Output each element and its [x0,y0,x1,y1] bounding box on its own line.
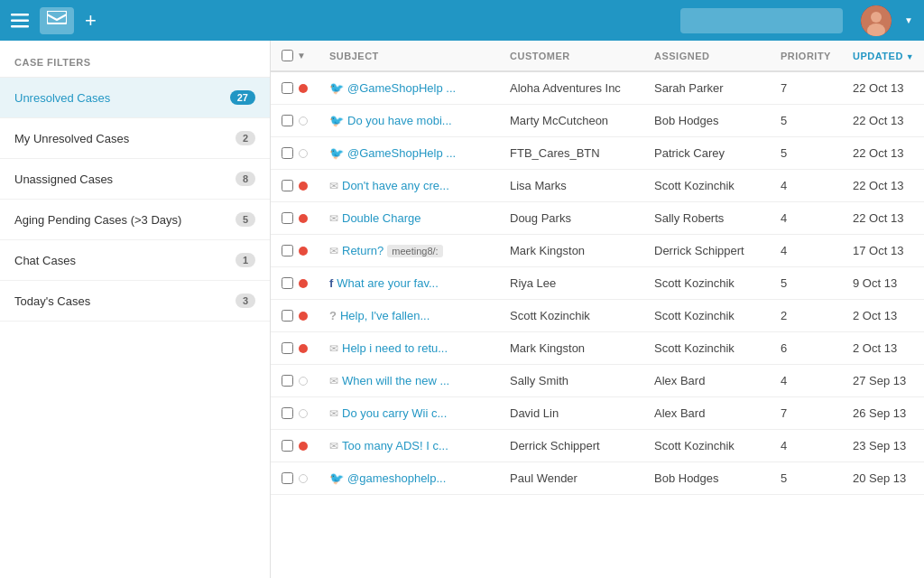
row-subject-cell: 🐦 Do you have mobi... [319,105,499,137]
row-checkbox[interactable] [282,472,293,484]
subject-link[interactable]: Don't have any cre... [342,179,449,192]
row-checkbox[interactable] [282,375,293,387]
row-customer: Derrick Schippert [499,430,643,462]
sidebar-item-my-unresolved[interactable]: My Unresolved Cases 2 [0,118,270,159]
row-checkbox[interactable] [282,310,293,322]
sidebar-item-unassigned[interactable]: Unassigned Cases 8 [0,159,270,200]
sidebar-header: CASE FILTERS [0,41,270,78]
avatar[interactable] [861,5,892,36]
row-customer: Scott Kozinchik [499,300,643,332]
sidebar-item-count: 2 [236,131,255,145]
row-checkbox[interactable] [282,82,293,94]
sidebar-item-label: Unresolved Cases [14,91,110,105]
col-header-updated[interactable]: UPDATED▼ [842,41,924,71]
sidebar-item-unresolved[interactable]: Unresolved Cases 27 [0,78,270,118]
table-row: 🐦 @GameShopHelp ... FTB_Cares_BTN Patric… [271,137,924,170]
email-icon: ✉ [329,440,338,452]
row-subject-cell: ✉ Don't have any cre... [319,170,499,202]
subject-link[interactable]: Help i need to retu... [342,341,448,355]
col-header-customer: CUSTOMER [499,41,643,71]
row-subject-cell: ✉ Return? meeting8/: [319,235,499,267]
search-input[interactable] [680,8,843,33]
subject-link[interactable]: Return? [342,244,383,257]
subject-link[interactable]: What are your fav... [337,276,438,290]
row-updated: 22 Oct 13 [842,137,924,170]
email-icon: ✉ [329,212,338,225]
row-updated: 22 Oct 13 [842,71,924,105]
svg-rect-1 [11,19,29,22]
row-priority: 5 [770,462,842,495]
sidebar-item-aging[interactable]: Aging Pending Cases (>3 Days) 5 [0,200,270,240]
row-check-cell [271,71,319,105]
row-check-cell [271,397,319,430]
row-subject-cell: ? Help, I've fallen... [319,300,499,332]
row-customer: FTB_Cares_BTN [499,137,643,170]
table-row: ? Help, I've fallen... Scott Kozinchik S… [271,300,924,332]
row-check-cell [271,235,319,267]
sidebar-item-chat[interactable]: Chat Cases 1 [0,240,270,281]
add-icon[interactable]: + [85,9,97,33]
row-checkbox[interactable] [282,180,293,191]
subject-link[interactable]: When will the new ... [342,374,449,387]
col-header-subject: SUBJECT [319,41,499,71]
row-customer: Doug Parks [499,202,643,235]
row-assigned: Scott Kozinchik [643,267,770,300]
email-icon: ✉ [329,245,338,257]
table-row: ✉ Don't have any cre... Lisa Marks Scott… [271,170,924,202]
row-subject-cell: ✉ Help i need to retu... [319,332,499,365]
layout: CASE FILTERS Unresolved Cases 27 My Unre… [0,41,924,578]
row-subject-cell: 🐦 @gameshophelp... [319,462,499,495]
row-assigned: Alex Bard [643,365,770,397]
row-checkbox[interactable] [282,147,293,159]
row-priority: 4 [770,365,842,397]
svg-rect-2 [11,25,29,28]
sidebar-item-today[interactable]: Today's Cases 3 [0,281,270,322]
row-customer: Marty McCutcheon [499,105,643,137]
twitter-icon: 🐦 [329,81,344,95]
menu-icon[interactable] [11,14,29,28]
row-customer: Lisa Marks [499,170,643,202]
row-customer: Mark Kingston [499,332,643,365]
row-checkbox[interactable] [282,115,293,126]
row-checkbox[interactable] [282,212,293,224]
filter-arrow-icon[interactable]: ▼ [297,51,306,61]
row-checkbox[interactable] [282,245,293,256]
row-updated: 9 Oct 13 [842,267,924,300]
row-priority: 4 [770,235,842,267]
avatar-caret[interactable]: ▼ [904,15,913,25]
svg-rect-0 [11,14,29,16]
row-customer: Aloha Adventures Inc [499,71,643,105]
row-updated: 22 Oct 13 [842,105,924,137]
subject-link[interactable]: Do you have mobi... [347,114,452,127]
row-updated: 26 Sep 13 [842,397,924,430]
row-checkbox[interactable] [282,342,293,354]
row-checkbox[interactable] [282,440,293,452]
sidebar-item-count: 5 [236,212,255,227]
row-checkbox[interactable] [282,277,293,289]
priority-dot-red [299,84,308,93]
inbox-icon[interactable] [40,7,74,34]
row-subject-cell: ✉ Do you carry Wii c... [319,397,499,430]
priority-dot-red [299,182,308,191]
table-row: f What are your fav... Riya Lee Scott Ko… [271,267,924,300]
table-row: ✉ Help i need to retu... Mark Kingston S… [271,332,924,365]
subject-link[interactable]: @gameshophelp... [347,471,446,485]
subject-link[interactable]: Double Charge [342,211,420,225]
row-check-cell [271,332,319,365]
row-priority: 2 [770,300,842,332]
select-all-checkbox[interactable] [282,50,293,61]
sidebar-item-label: Aging Pending Cases (>3 Days) [14,213,181,227]
row-priority: 4 [770,170,842,202]
subject-link[interactable]: Too many ADS! I c... [342,439,448,452]
subject-link[interactable]: @GameShopHelp ... [347,146,456,160]
subject-link[interactable]: Do you carry Wii c... [342,406,447,420]
row-assigned: Bob Hodges [643,462,770,495]
priority-dot-empty [299,117,308,126]
row-assigned: Bob Hodges [643,105,770,137]
row-priority: 7 [770,71,842,105]
subject-link[interactable]: @GameShopHelp ... [347,81,456,95]
row-checkbox[interactable] [282,407,293,419]
table-row: 🐦 @gameshophelp... Paul Wender Bob Hodge… [271,462,924,495]
subject-link[interactable]: Help, I've fallen... [340,309,430,322]
row-priority: 6 [770,332,842,365]
